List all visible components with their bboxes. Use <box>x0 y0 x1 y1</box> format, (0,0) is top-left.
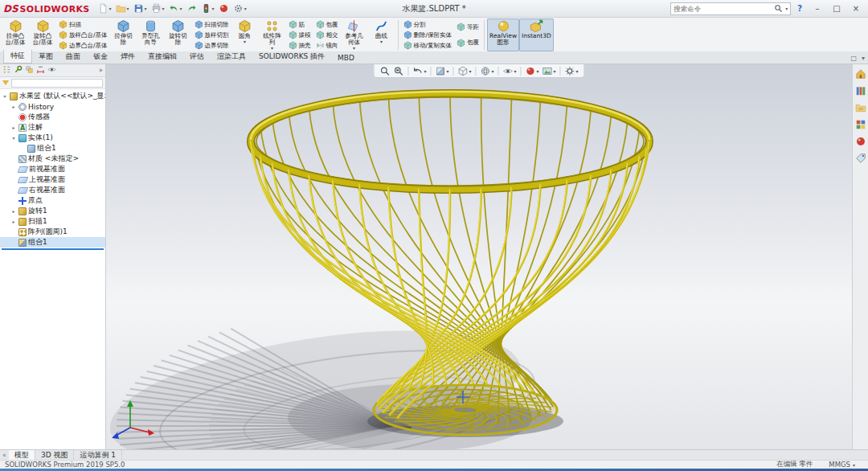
split-button[interactable]: 分割 <box>403 20 453 30</box>
view-settings-button[interactable]: ▾ <box>564 66 579 76</box>
edit-appearance-button[interactable]: ▾ <box>525 66 540 76</box>
dropdown-caret-icon[interactable]: ▾ <box>576 68 579 74</box>
apply-scene-button[interactable]: ▾ <box>542 66 557 76</box>
extruded-cut-button[interactable]: 拉伸切除 <box>110 18 137 51</box>
tree-item-solid-bodies[interactable]: ▾实体(1) <box>0 133 105 143</box>
dropdown-caret-icon[interactable]: ▾ <box>491 68 493 74</box>
boundary-cut-button[interactable]: 边界切除 <box>194 41 230 51</box>
edit-appearance-qat-button[interactable] <box>217 2 231 14</box>
redo-button[interactable] <box>185 2 199 14</box>
fruit-basket-3d-model[interactable] <box>106 64 852 449</box>
dropdown-caret-icon[interactable]: ▾ <box>145 6 147 11</box>
swept-cut-button[interactable]: 扫描切除 <box>194 20 230 30</box>
dropdown-caret-icon[interactable]: ▾ <box>446 68 448 74</box>
dropdown-caret-icon[interactable]: ▾ <box>537 68 539 74</box>
graphics-area[interactable]: ▾▾▾▾▾▾▾▾ <box>106 64 852 449</box>
wrap-button[interactable]: 包覆 <box>315 20 339 30</box>
dropdown-caret-icon[interactable]: ▾ <box>554 68 556 74</box>
rib-button[interactable]: 筋 <box>288 20 312 30</box>
displaymanager-tab[interactable] <box>47 65 56 76</box>
expander-icon[interactable]: ▸ <box>10 104 17 109</box>
boundary-boss-button[interactable]: 边界凸台/基体 <box>58 41 108 51</box>
tree-item-body-combine1[interactable]: 组合1 <box>0 143 105 154</box>
extruded-boss-button[interactable]: 拉伸凸台/基体 <box>2 18 29 51</box>
configurationmanager-tab[interactable] <box>25 65 34 76</box>
hole-wizard-button[interactable]: 异型孔向导 <box>137 18 165 51</box>
tree-item-circular-pattern1[interactable]: 阵列(圆周)1 <box>0 227 105 237</box>
view-palette-button[interactable] <box>855 119 866 130</box>
dimxpertmanager-tab[interactable] <box>36 65 45 76</box>
lofted-cut-button[interactable]: 放样切割 <box>194 31 230 40</box>
tree-item-top-plane[interactable]: 上视基准面 <box>0 174 105 185</box>
move-copy-body-button[interactable]: 移动/复制实体 <box>403 41 453 51</box>
expander-icon[interactable]: ▸ <box>10 208 17 214</box>
document-tab-模型[interactable]: 模型 <box>9 450 35 460</box>
expander-icon[interactable]: ▾ <box>10 135 17 141</box>
design-library-button[interactable] <box>855 85 866 96</box>
expander-icon[interactable]: ▸ <box>10 219 17 224</box>
units-caret-icon[interactable]: ▾ <box>853 462 855 468</box>
dropdown-caret-icon[interactable]: ▾ <box>244 6 247 11</box>
fillet-button[interactable]: 圆角▾ <box>231 18 259 51</box>
featuremanager-tree-tab[interactable] <box>2 65 11 76</box>
revolved-boss-button[interactable]: 旋转凸台/基体 <box>29 18 56 51</box>
help-button[interactable]: ? <box>796 4 804 13</box>
dropdown-caret-icon[interactable]: ▾ <box>212 6 215 11</box>
tab-MBD[interactable]: MBD <box>331 53 361 63</box>
undo-button[interactable]: ▾ <box>167 2 184 14</box>
tree-item-origin[interactable]: 原点 <box>0 195 105 206</box>
save-button[interactable]: ▾ <box>132 2 149 14</box>
tree-item-root-part[interactable]: ▾水果篮 (默认<<默认>_显示状态 1>) <box>0 91 105 101</box>
tree-item-material[interactable]: 材质 <未指定> <box>0 154 105 164</box>
tab-渲染工具[interactable]: 渲染工具 <box>211 51 252 63</box>
document-tab-运动算例 1[interactable]: 运动算例 1 <box>74 450 122 460</box>
tab-评估[interactable]: 评估 <box>183 51 211 63</box>
file-explorer-button[interactable] <box>855 102 866 113</box>
tree-item-sweep1[interactable]: ▸扫描1 <box>0 216 105 227</box>
dropdown-caret-icon[interactable]: ▾ <box>244 39 246 43</box>
previous-view-button[interactable]: ▾ <box>411 66 427 76</box>
tree-item-revolve1[interactable]: ▸旋转1 <box>0 206 105 216</box>
print-button[interactable]: ▾ <box>149 2 166 14</box>
propertymanager-tab[interactable] <box>14 65 23 76</box>
revolved-cut-button[interactable]: 旋转切除 <box>165 18 192 51</box>
rebuild-button[interactable]: ▾ <box>199 2 216 14</box>
tab-特征[interactable]: 特征 <box>3 50 32 63</box>
command-search-box[interactable]: ▾ <box>670 2 791 15</box>
flyout-panel-icon[interactable]: » <box>99 67 103 74</box>
filter-funnel-icon[interactable] <box>2 80 9 85</box>
instant3d-button[interactable]: Instant3D <box>519 18 554 51</box>
tab-焊件[interactable]: 焊件 <box>114 51 141 63</box>
search-input[interactable] <box>674 5 772 13</box>
display-style-button[interactable]: ▾ <box>479 66 494 76</box>
dropdown-caret-icon[interactable]: ▾ <box>424 68 426 74</box>
rollback-bar[interactable] <box>2 248 104 250</box>
reference-geometry-button[interactable]: 参考几何体▾ <box>341 18 368 51</box>
options-button[interactable]: ▾ <box>231 2 248 14</box>
scroll-tabs-left-icon[interactable]: « <box>0 450 9 460</box>
document-tab-3D 视图[interactable]: 3D 视图 <box>35 450 75 460</box>
maximize-button[interactable]: □ <box>828 2 845 15</box>
offset-button[interactable]: 等距 <box>456 23 480 32</box>
tree-item-annotations[interactable]: ▸注解 <box>0 122 105 133</box>
tab-SOLIDWORKS 插件[interactable]: SOLIDWORKS 插件 <box>252 51 331 63</box>
dropdown-caret-icon[interactable]: ▾ <box>127 6 129 11</box>
custom-properties-button[interactable] <box>855 153 866 164</box>
mirror-button[interactable]: 镜向 <box>315 41 339 51</box>
intersect-button[interactable]: 相交 <box>315 31 339 40</box>
solidworks-resources-button[interactable] <box>855 68 866 80</box>
tab-曲面[interactable]: 曲面 <box>59 51 87 63</box>
shell-button[interactable]: 抽壳 <box>288 41 312 51</box>
tab-草图[interactable]: 草图 <box>32 51 59 63</box>
expander-icon[interactable]: ▸ <box>10 125 17 130</box>
curves-button[interactable]: 曲线▾ <box>368 18 395 51</box>
dropdown-caret-icon[interactable]: ▾ <box>180 6 182 11</box>
expander-icon[interactable]: ▾ <box>2 93 8 99</box>
dropdown-caret-icon[interactable]: ▾ <box>380 39 383 43</box>
swept-boss-button[interactable]: 扫描 <box>58 20 108 30</box>
dropdown-caret-icon[interactable]: ▾ <box>514 68 517 74</box>
search-icon[interactable] <box>774 4 783 13</box>
lofted-boss-button[interactable]: 放样凸台/基体 <box>58 31 108 40</box>
appearances-scenes-button[interactable] <box>855 136 866 147</box>
tree-item-combine1[interactable]: 组合1 <box>0 237 105 248</box>
